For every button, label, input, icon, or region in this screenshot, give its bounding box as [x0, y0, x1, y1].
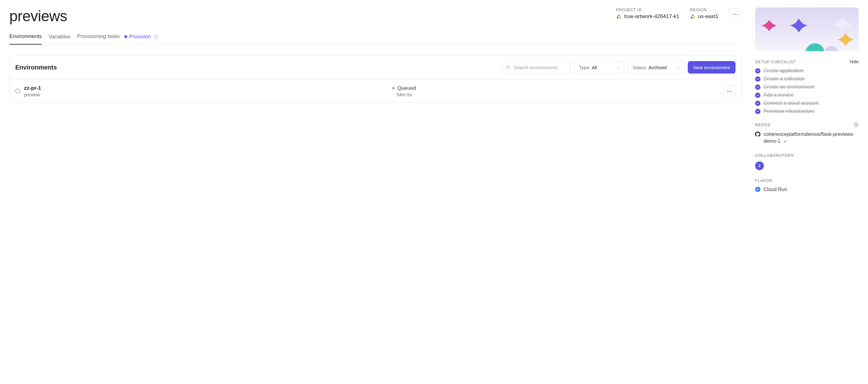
flavor-value-line: Cloud Run [755, 187, 859, 192]
svg-point-0 [618, 16, 620, 18]
flavor-value: Cloud Run [764, 187, 787, 192]
environment-row[interactable]: zz-pr-1 preview Queued 54m 5s [10, 79, 741, 102]
check-circle-icon [755, 101, 761, 106]
tab-provisioning-tasks[interactable]: Provisioning tasks Provision i [77, 33, 158, 44]
repos-label: REPOS [755, 123, 770, 127]
checklist-item[interactable]: Connect a cloud account [755, 100, 859, 106]
external-link-icon: ↗ [783, 139, 786, 144]
dots-horizontal-icon [727, 91, 732, 92]
checklist-item[interactable]: Create a collection [755, 76, 859, 82]
project-id-label: PROJECT ID [616, 7, 679, 12]
checklist-item[interactable]: Create application [755, 68, 859, 73]
check-circle-icon [755, 85, 761, 90]
row-more-button[interactable] [723, 85, 736, 98]
hide-checklist-link[interactable]: Hide [849, 59, 859, 64]
dots-horizontal-icon [733, 14, 738, 15]
provision-status-dot-icon [124, 35, 127, 38]
checklist-item[interactable]: Create an environment [755, 84, 859, 90]
env-status: Queued [397, 85, 416, 91]
chevron-down-icon [617, 66, 620, 69]
search-input[interactable] [503, 61, 570, 73]
check-circle-icon [755, 109, 761, 114]
status-ring-icon [15, 89, 20, 94]
type-filter-label: Type: [579, 65, 590, 70]
status-filter-label: Status: [632, 65, 647, 70]
environments-card: Environments Type: All Status: Archived [9, 55, 741, 103]
collaborators-label: COLLABORATORS [755, 153, 794, 158]
checklist-item[interactable]: Add a service [755, 92, 859, 98]
region-block: REGION us-east1 [690, 7, 718, 20]
region-label: REGION [690, 7, 718, 12]
flavor-label: FLAVOR [755, 178, 773, 183]
hero-banner [755, 7, 859, 51]
chevron-down-icon [677, 66, 680, 69]
checklist-item[interactable]: Provision infrastructure [755, 108, 859, 114]
env-age: 54m 5s [397, 92, 412, 97]
check-circle-icon [755, 68, 761, 73]
repo-name: coherenceplatformdemos/flask-previews-de… [764, 131, 855, 144]
github-icon [755, 131, 761, 137]
svg-point-7 [856, 124, 857, 125]
google-cloud-icon [616, 14, 622, 19]
info-icon[interactable]: i [154, 35, 158, 39]
status-filter[interactable]: Status: Archived [628, 61, 684, 73]
environments-title: Environments [15, 64, 57, 71]
svg-marker-8 [757, 189, 759, 190]
status-dot-icon [392, 87, 395, 90]
header-more-button[interactable] [729, 8, 741, 21]
page-title: previews [9, 7, 67, 25]
region-value: us-east1 [698, 13, 718, 20]
type-filter[interactable]: Type: All [574, 61, 624, 73]
tabs: Environments Variables Provisioning task… [9, 33, 741, 44]
collaborator-avatar[interactable]: z [755, 161, 764, 170]
checklist-label: SETUP CHECKLIST [755, 60, 796, 64]
status-filter-value: Archived [649, 65, 666, 70]
tab-provisioning-tasks-label: Provisioning tasks [77, 33, 120, 39]
tab-environments[interactable]: Environments [9, 33, 42, 44]
tab-variables[interactable]: Variables [49, 34, 70, 44]
check-circle-icon [755, 93, 761, 98]
gear-icon[interactable] [854, 122, 859, 127]
env-name: zz-pr-1 [24, 85, 41, 91]
env-kind: preview [24, 92, 41, 97]
cloud-run-icon [755, 187, 761, 192]
check-circle-icon [755, 76, 761, 82]
project-id-value: true-artwork-426417-k1 [624, 13, 679, 20]
type-filter-value: All [592, 65, 597, 70]
project-id-block: PROJECT ID true-artwork-426417-k1 [616, 7, 679, 20]
provision-badge-label: Provision [129, 34, 151, 40]
svg-point-1 [692, 16, 693, 18]
google-cloud-icon [690, 14, 695, 19]
new-environment-button[interactable]: New environment [688, 61, 736, 73]
repo-link[interactable]: coherenceplatformdemos/flask-previews-de… [755, 131, 859, 145]
